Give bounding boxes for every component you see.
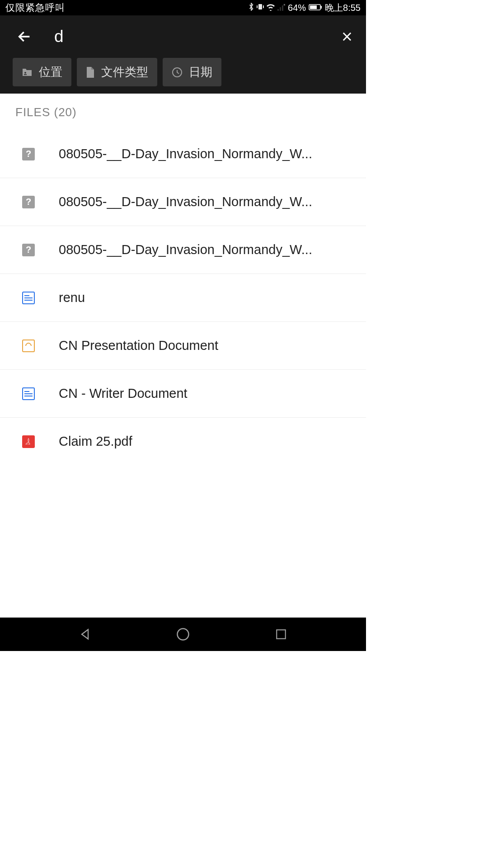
unknown-file-icon: ? (22, 147, 35, 161)
status-time: 晚上8:55 (325, 2, 361, 14)
triangle-back-icon (79, 628, 91, 641)
file-item[interactable]: Claim 25.pdf (0, 418, 366, 465)
nav-home-button[interactable] (174, 625, 192, 643)
section-header: FILES (20) (0, 94, 366, 130)
filter-filetype-label: 文件类型 (101, 64, 148, 80)
signal-icon (277, 3, 285, 13)
file-name: Claim 25.pdf (59, 434, 132, 449)
file-item[interactable]: ? 080505-__D-Day_Invasion_Normandy_W... (0, 226, 366, 274)
circle-home-icon (176, 627, 190, 641)
battery-percent: 64% (288, 3, 306, 13)
clock-icon (172, 67, 183, 78)
svg-rect-7 (24, 74, 27, 75)
network-status: 仅限紧急呼叫 (5, 1, 65, 14)
file-name: renu (59, 290, 85, 305)
file-name: 080505-__D-Day_Invasion_Normandy_W... (59, 146, 312, 161)
svg-rect-1 (257, 5, 258, 8)
status-right: 64% 晚上8:55 (248, 2, 361, 14)
clear-search-button[interactable] (339, 28, 355, 45)
svg-rect-5 (310, 5, 317, 9)
filter-row: 位置 文件类型 日期 (0, 52, 366, 94)
filter-filetype[interactable]: 文件类型 (77, 58, 157, 86)
folder-icon (22, 68, 33, 77)
nav-recent-button[interactable] (272, 625, 290, 643)
svg-rect-4 (321, 6, 322, 9)
file-name: 080505-__D-Day_Invasion_Normandy_W... (59, 194, 312, 209)
close-icon (341, 30, 353, 43)
battery-icon (309, 3, 322, 13)
square-recent-icon (275, 628, 287, 640)
bluetooth-icon (248, 3, 254, 13)
filter-date-label: 日期 (189, 64, 212, 80)
document-icon (22, 291, 35, 305)
unknown-file-icon: ? (22, 243, 35, 257)
file-item[interactable]: ? 080505-__D-Day_Invasion_Normandy_W... (0, 130, 366, 178)
svg-rect-2 (263, 5, 264, 8)
file-name: CN - Writer Document (59, 386, 188, 401)
file-name: 080505-__D-Day_Invasion_Normandy_W... (59, 242, 312, 257)
svg-rect-10 (277, 630, 286, 639)
unknown-file-icon: ? (22, 195, 35, 209)
filter-location[interactable]: 位置 (13, 58, 71, 86)
vibrate-icon (256, 3, 264, 13)
file-icon (86, 67, 95, 78)
status-bar: 仅限紧急呼叫 64% 晚上8:55 (0, 0, 366, 15)
status-icons (248, 3, 285, 13)
document-icon (22, 387, 35, 401)
file-item[interactable]: ? 080505-__D-Day_Invasion_Normandy_W... (0, 178, 366, 226)
file-item[interactable]: CN - Writer Document (0, 370, 366, 418)
search-query-text: d (54, 27, 64, 46)
nav-back-button[interactable] (76, 625, 94, 643)
filter-location-label: 位置 (39, 64, 62, 80)
pdf-icon (22, 435, 35, 448)
back-button[interactable] (16, 28, 33, 45)
arrow-left-icon (17, 29, 32, 44)
app-header: d 位置 文件类型 日期 (0, 15, 366, 94)
wifi-icon (266, 3, 275, 13)
presentation-icon (22, 339, 35, 353)
file-name: CN Presentation Document (59, 338, 218, 353)
search-row: d (0, 21, 366, 52)
svg-rect-0 (258, 4, 262, 9)
file-list: ? 080505-__D-Day_Invasion_Normandy_W... … (0, 130, 366, 465)
navigation-bar (0, 618, 366, 651)
file-item[interactable]: renu (0, 274, 366, 322)
svg-point-6 (24, 72, 26, 74)
file-item[interactable]: CN Presentation Document (0, 322, 366, 370)
svg-point-9 (177, 629, 188, 640)
filter-date[interactable]: 日期 (163, 58, 221, 86)
search-input[interactable]: d (54, 27, 317, 46)
